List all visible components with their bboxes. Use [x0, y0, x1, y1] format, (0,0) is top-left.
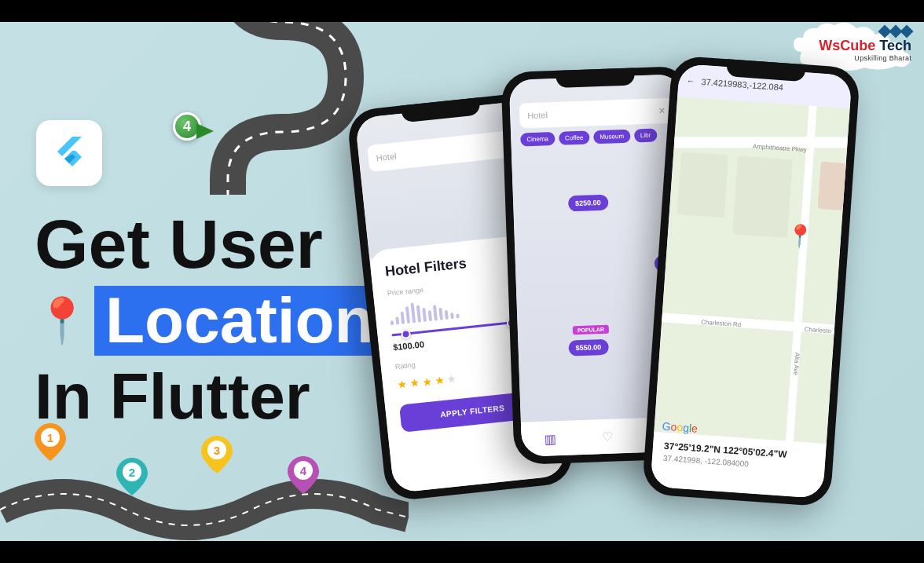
- step-pin-4: 4: [288, 456, 319, 494]
- logo-name-a: WsCube: [819, 38, 879, 53]
- map-price-marker[interactable]: $550.00: [568, 339, 608, 356]
- title-line-1: Get User: [35, 207, 385, 281]
- popular-badge: POPULAR: [573, 325, 610, 335]
- chip-coffee[interactable]: Coffee: [559, 130, 590, 144]
- map-price-marker[interactable]: $250.00: [568, 195, 608, 212]
- location-pin-icon: 📍: [785, 222, 814, 250]
- price-min: $100.00: [393, 339, 425, 352]
- category-chips: Cinema Coffee Museum Libr: [520, 128, 658, 146]
- chip-museum[interactable]: Museum: [593, 130, 630, 144]
- brand-logo: WsCube Tech Upskilling Bharat: [819, 27, 911, 62]
- step-pin-1: 1: [35, 423, 66, 461]
- road-label: Charlesto: [804, 326, 831, 335]
- road-label: Alta Ave: [792, 353, 801, 376]
- pin-icon: 📍: [35, 297, 90, 344]
- google-map[interactable]: Amphitheatre Pkwy Charleston Rd Charlest…: [654, 97, 849, 444]
- chip-cinema[interactable]: Cinema: [520, 132, 555, 147]
- svg-text:1: 1: [47, 431, 53, 444]
- flutter-icon: [36, 120, 102, 186]
- logo-name-b: Tech: [879, 38, 911, 53]
- back-icon[interactable]: ←: [686, 76, 695, 86]
- nav-map-icon[interactable]: ▥: [544, 431, 556, 447]
- nav-heart-icon[interactable]: ♡: [602, 429, 614, 444]
- chip-library[interactable]: Libr: [634, 128, 658, 142]
- road-step-pin-4: 4: [173, 112, 207, 147]
- step-pin-2: 2: [116, 458, 148, 495]
- svg-text:2: 2: [129, 466, 135, 479]
- phone-location-mockup: ← 37.4219983,-122.084 Amphitheatre Pkwy …: [642, 55, 860, 506]
- logo-tagline: Upskilling Bharat: [819, 54, 911, 62]
- search-input[interactable]: Hotel✕: [367, 130, 522, 172]
- svg-text:3: 3: [214, 444, 220, 457]
- step-pin-3: 3: [201, 436, 233, 473]
- bottom-road-map: 1 2 3 4: [0, 392, 409, 541]
- svg-text:4: 4: [300, 464, 307, 477]
- map-search-input[interactable]: Hotel✕: [519, 98, 674, 129]
- title-highlight: Location: [94, 286, 385, 356]
- close-icon[interactable]: ✕: [658, 106, 666, 116]
